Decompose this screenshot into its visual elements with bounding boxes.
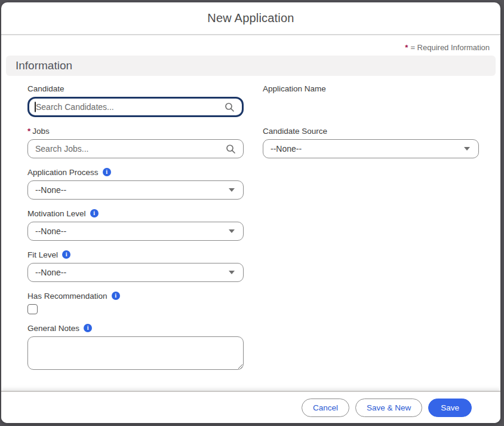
field-motivation-level: Motivation Level i --None-- <box>27 209 244 241</box>
chevron-down-icon <box>229 229 235 233</box>
required-note: *= Required Information <box>1 35 500 54</box>
text-cursor <box>35 102 36 112</box>
general-notes-textarea[interactable] <box>27 336 244 370</box>
chevron-down-icon <box>229 188 235 192</box>
section-header-information: Information <box>6 56 496 76</box>
info-icon[interactable]: i <box>62 250 70 259</box>
jobs-label: Jobs <box>32 127 50 136</box>
general-notes-label: General Notes <box>27 324 79 333</box>
chevron-down-icon <box>464 147 470 151</box>
candidate-source-label: Candidate Source <box>263 127 327 136</box>
fit-level-value: --None-- <box>28 268 66 277</box>
modal-content: *= Required Information Information Cand… <box>1 35 500 391</box>
info-icon[interactable]: i <box>112 292 120 300</box>
motivation-level-label: Motivation Level <box>27 209 86 218</box>
jobs-lookup[interactable] <box>27 139 244 158</box>
has-recommendation-checkbox[interactable] <box>27 304 38 314</box>
jobs-search-input[interactable] <box>28 140 226 158</box>
application-process-label: Application Process <box>27 168 99 177</box>
candidate-source-select[interactable]: --None-- <box>263 139 479 158</box>
info-icon[interactable]: i <box>103 168 111 176</box>
field-application-process: Application Process i --None-- <box>27 167 244 200</box>
info-icon[interactable]: i <box>90 209 99 217</box>
modal-header: New Application <box>1 2 500 35</box>
modal-title: New Application <box>207 11 294 25</box>
motivation-level-value: --None-- <box>28 226 66 236</box>
application-name-label: Application Name <box>263 84 326 93</box>
required-note-text: = Required Information <box>410 43 490 52</box>
section-title: Information <box>16 59 72 72</box>
modal-footer: Cancel Save & New Save <box>1 391 500 423</box>
field-jobs: * Jobs <box>27 126 244 158</box>
field-application-name: Application Name <box>263 84 479 97</box>
required-asterisk: * <box>405 43 408 52</box>
candidate-lookup[interactable] <box>27 97 244 117</box>
field-general-notes: General Notes i <box>27 323 244 372</box>
application-process-select[interactable]: --None-- <box>27 180 244 200</box>
jobs-required-asterisk: * <box>27 127 30 136</box>
new-application-modal: New Application *= Required Information … <box>1 2 500 423</box>
cancel-button[interactable]: Cancel <box>302 399 349 417</box>
candidate-source-value: --None-- <box>263 144 302 154</box>
save-and-new-button[interactable]: Save & New <box>355 399 422 417</box>
search-icon <box>225 102 235 112</box>
info-icon[interactable]: i <box>84 324 92 332</box>
motivation-level-select[interactable]: --None-- <box>27 222 244 241</box>
field-candidate: Candidate <box>27 84 244 117</box>
search-icon <box>226 144 236 154</box>
chevron-down-icon <box>229 271 235 274</box>
candidate-search-input[interactable] <box>29 99 225 115</box>
candidate-label: Candidate <box>27 84 64 93</box>
fit-level-select[interactable]: --None-- <box>27 263 244 282</box>
field-fit-level: Fit Level i --None-- <box>27 250 244 282</box>
field-candidate-source: Candidate Source --None-- <box>263 126 479 158</box>
has-recommendation-label: Has Recommendation <box>27 292 107 301</box>
form-grid: Candidate Application Name <box>1 84 500 381</box>
field-has-recommendation: Has Recommendation i <box>27 291 244 314</box>
application-process-value: --None-- <box>28 185 66 195</box>
save-button[interactable]: Save <box>428 399 472 417</box>
fit-level-label: Fit Level <box>27 250 58 259</box>
